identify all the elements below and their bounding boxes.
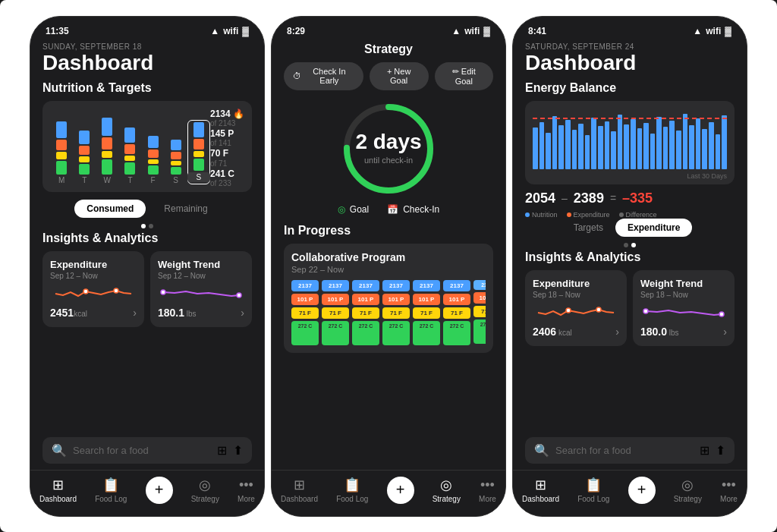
day-col-f: F — [142, 136, 165, 184]
chart-bar — [585, 135, 590, 169]
insight-card-expenditure-1[interactable]: Expenditure Sep 12 – Now 2451kcal › — [42, 251, 144, 327]
chart-label-3: Last 30 Days — [533, 172, 727, 180]
insights-row-3: Expenditure Sep 18 – Now 2406 kcal › — [525, 270, 735, 346]
timer-circle-wrap: 2 days until check-in — [284, 99, 493, 198]
share-icon-3[interactable]: ⬆ — [716, 443, 725, 458]
insight-exp-arrow-1[interactable]: › — [133, 307, 137, 319]
nav-foodlog-1[interactable]: 📋 Food Log — [95, 477, 127, 503]
prog-cell-prot-7: 101 P — [473, 292, 486, 304]
insight-wt-arrow-1[interactable]: › — [241, 307, 244, 319]
bar-t-protein — [79, 146, 90, 155]
signal-icon-2: ▲ — [451, 26, 461, 36]
bar-sa-carb — [193, 159, 204, 171]
insight-wt-date-1: Sep 12 – Now — [158, 272, 244, 280]
share-icon-1[interactable]: ⬆ — [233, 443, 243, 458]
nav-more-1[interactable]: ••• More — [238, 477, 255, 503]
nav-strategy-3[interactable]: ◎ Strategy — [674, 477, 702, 503]
prog-cell-fat-2: 71 F — [322, 307, 349, 319]
nav-dashboard-3[interactable]: ⊞ Dashboard — [522, 477, 559, 503]
phone-3: 8:41 ▲ wifi ▓ SATURDAY, SEPTEMBER 24 Das… — [512, 16, 747, 517]
checkin-early-btn[interactable]: ⏱ Check In Early — [284, 62, 363, 90]
bar-s-cal — [171, 140, 181, 150]
search-wrap-1: 🔍 Search for a food ⊞ ⬆ — [30, 431, 264, 470]
bar-f-carb — [148, 165, 159, 175]
dashboard-icon-1: ⊞ — [52, 477, 64, 493]
prog-cell-prot-6: 101 P — [443, 294, 470, 305]
barcode-icon-3[interactable]: ⊞ — [700, 443, 709, 458]
nav-strategy-label-1: Strategy — [191, 495, 219, 503]
nav-foodlog-2[interactable]: 📋 Food Log — [336, 477, 368, 503]
prog-cell-carb-7: 272 C — [473, 320, 486, 344]
consumed-btn[interactable]: Consumed — [74, 200, 146, 218]
insights-row-1: Expenditure Sep 12 – Now 2451kcal › — [42, 251, 252, 327]
bar-w-cal — [102, 118, 112, 136]
bar-t2-carb — [124, 162, 135, 175]
checkin-item[interactable]: 📅 Check-In — [387, 204, 439, 215]
new-goal-btn[interactable]: + New Goal — [370, 62, 429, 90]
prog-cell-cal-3: 2137 — [352, 280, 379, 291]
nav-strategy-2[interactable]: ◎ Strategy — [433, 477, 461, 503]
insight-card-weight-1[interactable]: Weight Trend Sep 12 – Now 180.1 lbs › — [150, 251, 252, 327]
svg-point-6 — [566, 308, 571, 313]
chart-bar — [578, 124, 584, 169]
bar-m-protein — [56, 140, 67, 150]
search-bar-1[interactable]: 🔍 Search for a food ⊞ ⬆ — [42, 437, 252, 464]
insight-card-expenditure-3[interactable]: Expenditure Sep 18 – Now 2406 kcal › — [525, 270, 627, 346]
prog-cell-carb-2: 272 C — [322, 321, 349, 345]
insight-card-weight-3[interactable]: Weight Trend Sep 18 – Now 180.0 lbs › — [633, 270, 735, 346]
tab-expenditure-3[interactable]: Expenditure — [615, 219, 692, 237]
more-icon-2: ••• — [480, 477, 495, 493]
insight-wt-unit-1: lbs — [184, 310, 197, 318]
phone1-content: SUNDAY, SEPTEMBER 18 Dashboard Nutrition… — [30, 39, 264, 431]
nav-add-2[interactable]: + — [387, 477, 414, 504]
search-bar-3[interactable]: 🔍 Search for a food ⊞ ⬆ — [525, 437, 735, 464]
nav-more-2[interactable]: ••• More — [479, 477, 496, 503]
insights-title-3: Insights & Analytics — [525, 250, 735, 264]
barcode-icon-1[interactable]: ⊞ — [217, 443, 227, 458]
nav-strategy-1[interactable]: ◎ Strategy — [191, 477, 219, 503]
bottom-nav-3: ⊞ Dashboard 📋 Food Log + ◎ Strategy ••• … — [513, 470, 747, 516]
nav-dashboard-1[interactable]: ⊞ Dashboard — [39, 477, 77, 503]
prog-bars: 2137 101 P 71 F 272 C 2137 101 P 71 F 27… — [291, 280, 486, 345]
svg-point-3 — [237, 293, 241, 297]
dot-3b — [631, 243, 636, 247]
prog-cell-prot-3: 101 P — [352, 294, 379, 305]
tab-targets-3[interactable]: Targets — [568, 219, 609, 237]
foodlog-icon-3: 📋 — [585, 477, 602, 493]
nav-add-3[interactable]: + — [628, 477, 656, 504]
insight-wt-arrow-3[interactable]: › — [723, 326, 727, 338]
timer-sub: until check-in — [364, 156, 413, 165]
prog-cell-prot-5: 101 P — [413, 294, 440, 305]
nav-add-1[interactable]: + — [146, 477, 173, 504]
wifi-icon-2: wifi — [464, 26, 480, 36]
chart-bar — [539, 122, 545, 169]
goal-item[interactable]: ◎ Goal — [338, 204, 369, 215]
timer-days: 2 days — [355, 131, 421, 153]
energy-op1: – — [562, 192, 568, 204]
chart-bar — [605, 121, 610, 169]
edit-goal-btn[interactable]: ✏ Edit Goal — [435, 62, 493, 90]
goal-label: Goal — [350, 204, 369, 215]
chart-bar — [709, 122, 714, 169]
status-icons-1: ▲ wifi ▓ — [210, 26, 249, 36]
remaining-btn[interactable]: Remaining — [152, 200, 219, 218]
insight-exp-arrow-3[interactable]: › — [615, 326, 619, 338]
goal-icon: ◎ — [338, 204, 345, 215]
svg-point-0 — [83, 289, 88, 294]
day-s1: S — [165, 176, 187, 184]
svg-point-2 — [161, 290, 165, 294]
legend-dot-red — [567, 212, 571, 217]
nav-more-3[interactable]: ••• More — [720, 477, 738, 503]
day-s2: S — [187, 172, 210, 182]
prog-cell-carb-5: 272 C — [413, 321, 440, 345]
nav-dashboard-2[interactable]: ⊞ Dashboard — [281, 477, 318, 503]
nav-foodlog-3[interactable]: 📋 Food Log — [577, 477, 609, 503]
phone-1: 11:35 ▲ wifi ▓ SUNDAY, SEPTEMBER 18 Dash… — [30, 16, 265, 517]
day-m: M — [50, 176, 73, 184]
sparkline-wt-3 — [640, 305, 727, 320]
phone3-content: SATURDAY, SEPTEMBER 24 Dashboard Energy … — [513, 39, 747, 431]
search-icon-1: 🔍 — [52, 443, 67, 458]
chart-bar — [572, 130, 577, 169]
energy-num3: –335 — [622, 190, 653, 206]
search-right-icons-1: ⊞ ⬆ — [217, 443, 243, 458]
